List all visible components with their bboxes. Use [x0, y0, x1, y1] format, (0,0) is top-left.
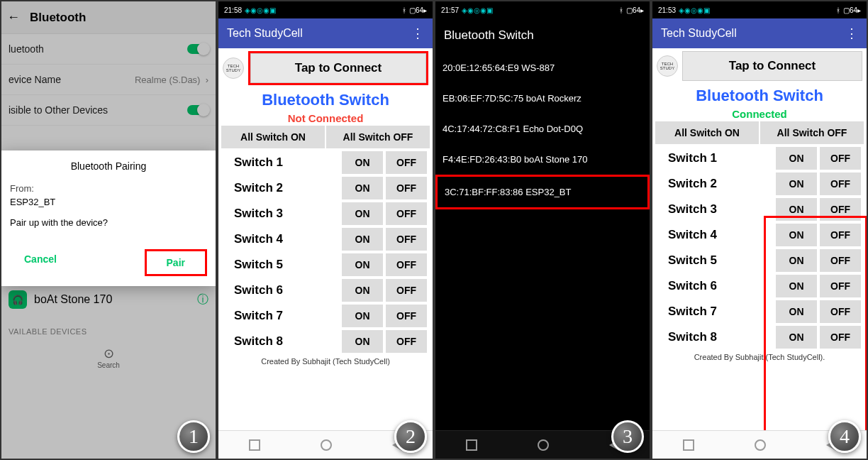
cancel-button[interactable]: Cancel [10, 249, 71, 276]
menu-icon[interactable]: ⋮ [411, 26, 424, 41]
switch-label: Switch 4 [658, 228, 773, 242]
bt-device-item[interactable]: 3C:71:BF:FF:83:86 ESP32_BT [435, 175, 650, 209]
switch-on-button[interactable]: ON [776, 224, 817, 246]
switch-on-button[interactable]: ON [342, 305, 383, 327]
switch-on-button[interactable]: ON [342, 330, 383, 353]
all-off-button[interactable]: All Switch OFF [326, 126, 430, 148]
switch-row: Switch 8ONOFF [218, 329, 433, 354]
switch-off-button[interactable]: OFF [386, 279, 427, 302]
switch-off-button[interactable]: OFF [386, 202, 427, 225]
switch-off-button[interactable]: OFF [820, 326, 861, 349]
switch-label: Switch 7 [658, 305, 773, 319]
switch-label: Switch 3 [658, 202, 773, 217]
switch-label: Switch 3 [224, 207, 339, 221]
switch-on-button[interactable]: ON [776, 249, 817, 272]
menu-icon[interactable]: ⋮ [845, 26, 858, 41]
switch-label: Switch 6 [224, 283, 339, 297]
switch-off-button[interactable]: OFF [386, 305, 427, 327]
switch-label: Switch 1 [224, 155, 339, 170]
switch-off-button[interactable]: OFF [386, 151, 427, 174]
switch-row: Switch 2ONOFF [218, 175, 433, 201]
connection-status: Not Connected [218, 112, 433, 124]
switch-row: Switch 3ONOFF [218, 201, 433, 226]
bt-device-item[interactable]: F4:4E:FD:26:43:B0 boAt Stone 170 [435, 144, 650, 175]
switch-on-button[interactable]: ON [776, 198, 817, 221]
switch-on-button[interactable]: ON [342, 202, 383, 225]
switch-row: Switch 7ONOFF [652, 299, 867, 324]
switch-on-button[interactable]: ON [776, 275, 817, 297]
switch-row: Switch 6ONOFF [218, 278, 433, 303]
step-badge: 3 [611, 420, 644, 453]
switch-off-button[interactable]: OFF [386, 253, 427, 276]
pairing-dialog: Bluetooth Pairing From: ESP32_BT Pair up… [1, 150, 216, 286]
switch-off-button[interactable]: OFF [820, 300, 861, 323]
step-badge: 4 [828, 420, 861, 453]
nav-home-icon[interactable] [321, 439, 332, 451]
switch-on-button[interactable]: ON [342, 177, 383, 199]
battery-icon: ▢64▸ [843, 6, 861, 14]
switch-row: Switch 5ONOFF [218, 252, 433, 278]
tap-to-connect-button[interactable]: Tap to Connect [250, 53, 426, 83]
status-bar: 21:57 ◈◉◎◉▣ ᚼ▢64▸ [435, 1, 650, 18]
status-bar: 21:58 ◈◉◎◉▣ ᚼ▢64▸ [218, 1, 433, 18]
notif-icons: ◈◉◎◉▣ [462, 6, 493, 14]
switch-label: Switch 1 [658, 151, 773, 165]
step-badge: 2 [394, 420, 427, 453]
all-off-button[interactable]: All Switch OFF [760, 121, 864, 144]
switch-off-button[interactable]: OFF [386, 228, 427, 251]
switch-off-button[interactable]: OFF [386, 330, 427, 353]
switch-off-button[interactable]: OFF [820, 172, 861, 195]
switch-off-button[interactable]: OFF [820, 224, 861, 246]
footer-text: Created By Subhajit (Tech StudyCell). [652, 350, 867, 364]
nav-recent-icon[interactable] [466, 439, 477, 451]
app-title: Bluetooth Switch [218, 88, 433, 112]
nav-home-icon[interactable] [755, 439, 766, 451]
switch-on-button[interactable]: ON [342, 228, 383, 251]
switch-off-button[interactable]: OFF [820, 249, 861, 272]
switch-label: Switch 8 [224, 334, 339, 349]
footer-text: Created By Subhajit (Tech StudyCell) [218, 354, 433, 368]
switch-row: Switch 7ONOFF [218, 303, 433, 329]
switch-row: Switch 1ONOFF [218, 150, 433, 175]
switch-label: Switch 6 [658, 279, 773, 293]
nav-recent-icon[interactable] [683, 439, 694, 451]
all-on-button[interactable]: All Switch ON [221, 126, 325, 148]
switch-on-button[interactable]: ON [776, 300, 817, 323]
switch-on-button[interactable]: ON [342, 279, 383, 302]
battery-icon: ▢64▸ [626, 6, 644, 14]
switch-on-button[interactable]: ON [776, 326, 817, 349]
switch-row: Switch 8ONOFF [652, 324, 867, 350]
switch-on-button[interactable]: ON [342, 151, 383, 174]
app-logo-icon: TECHSTUDY [657, 55, 678, 77]
switch-label: Switch 4 [224, 232, 339, 246]
nav-home-icon[interactable] [538, 439, 549, 451]
switch-off-button[interactable]: OFF [820, 275, 861, 297]
all-on-button[interactable]: All Switch ON [655, 121, 759, 144]
nav-recent-icon[interactable] [249, 439, 260, 451]
bluetooth-icon: ᚼ [836, 6, 840, 14]
switch-off-button[interactable]: OFF [820, 198, 861, 221]
switch-on-button[interactable]: ON [342, 253, 383, 276]
switch-row: Switch 3ONOFF [652, 197, 867, 222]
notif-icons: ◈◉◎◉▣ [679, 6, 710, 14]
switch-on-button[interactable]: ON [776, 172, 817, 195]
connection-status: Connected [652, 108, 867, 120]
switch-off-button[interactable]: OFF [820, 147, 861, 170]
switch-label: Switch 2 [224, 181, 339, 195]
app-title: Bluetooth Switch [652, 84, 867, 108]
switch-off-button[interactable]: OFF [386, 177, 427, 199]
bt-device-item[interactable]: 20:0E:12:65:64:E9 WS-887 [435, 53, 650, 83]
tap-to-connect-button[interactable]: Tap to Connect [682, 51, 862, 81]
switch-row: Switch 5ONOFF [652, 248, 867, 273]
app-logo-icon: TECHSTUDY [223, 58, 244, 79]
screen-2: 21:58 ◈◉◎◉▣ ᚼ▢64▸ Tech StudyCell ⋮ TECHS… [217, 0, 434, 460]
bt-device-item[interactable]: 4C:17:44:72:C8:F1 Echo Dot-D0Q [435, 114, 650, 144]
bt-device-item[interactable]: EB:06:EF:7D:5C:75 boAt Rockerz [435, 83, 650, 114]
switch-label: Switch 7 [224, 309, 339, 323]
switch-label: Switch 8 [658, 330, 773, 344]
screen-4: 21:53 ◈◉◎◉▣ ᚼ▢64▸ Tech StudyCell ⋮ TECHS… [651, 0, 868, 460]
switch-row: Switch 4ONOFF [652, 222, 867, 248]
pair-button[interactable]: Pair [145, 249, 207, 276]
switch-row: Switch 1ONOFF [652, 146, 867, 171]
switch-on-button[interactable]: ON [776, 147, 817, 170]
